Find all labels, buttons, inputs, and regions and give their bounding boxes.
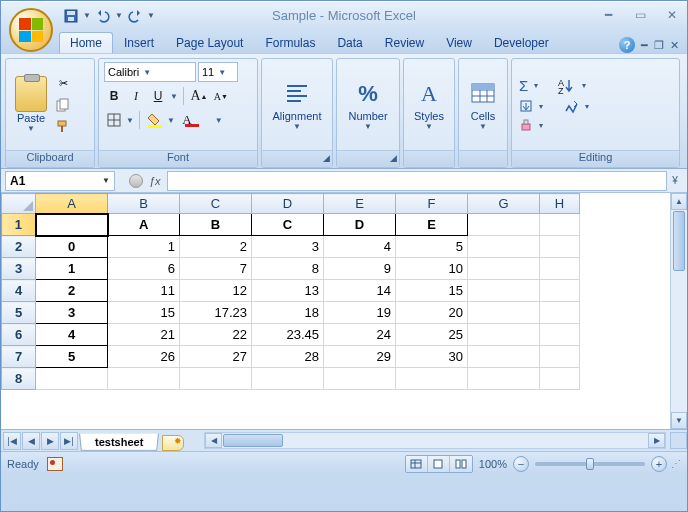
cell-A5[interactable]: 3 [36,302,108,324]
column-header-C[interactable]: C [180,194,252,214]
help-button[interactable]: ? [619,37,635,53]
cell-A2[interactable]: 0 [36,236,108,258]
cell-A4[interactable]: 2 [36,280,108,302]
scroll-left-button[interactable]: ◀ [205,433,222,448]
scroll-up-button[interactable]: ▲ [671,193,687,210]
number-button[interactable]: % Number ▼ [344,76,391,133]
view-page-break-button[interactable] [450,456,472,472]
tab-data[interactable]: Data [326,32,373,53]
zoom-out-button[interactable]: − [513,456,529,472]
row-header-1[interactable]: 1 [2,214,36,236]
cell-D5[interactable]: 18 [252,302,324,324]
column-header-E[interactable]: E [324,194,396,214]
cell-H5[interactable] [540,302,580,324]
font-size-combo[interactable]: 11▼ [198,62,238,82]
cell-G6[interactable] [468,324,540,346]
cell-C2[interactable]: 2 [180,236,252,258]
vertical-scrollbar[interactable]: ▲ ▼ [670,193,687,429]
new-sheet-button[interactable] [162,435,184,451]
row-header-2[interactable]: 2 [2,236,36,258]
cell-B1[interactable]: A [108,214,180,236]
cell-E6[interactable]: 24 [324,324,396,346]
styles-button[interactable]: A Styles ▼ [409,76,449,133]
sheet-tab-testsheet[interactable]: testsheet [79,434,159,451]
cell-H8[interactable] [540,368,580,390]
cell-G1[interactable] [468,214,540,236]
cell-A3[interactable]: 1 [36,258,108,280]
underline-button[interactable]: U [148,86,168,106]
shrink-font-button[interactable]: A▼ [211,86,231,106]
sort-filter-button[interactable]: AZ [558,78,576,94]
cell-E4[interactable]: 14 [324,280,396,302]
save-dropdown-icon[interactable]: ▼ [83,11,91,20]
cell-H7[interactable] [540,346,580,368]
cell-B5[interactable]: 15 [108,302,180,324]
clear-button[interactable] [519,118,533,132]
format-painter-button[interactable] [53,117,73,135]
cell-B8[interactable] [108,368,180,390]
mdi-minimize-button[interactable]: ━ [641,39,648,52]
cell-C7[interactable]: 27 [180,346,252,368]
office-button[interactable] [9,8,53,52]
fill-button[interactable] [519,99,533,113]
find-select-button[interactable] [563,98,579,114]
row-header-6[interactable]: 6 [2,324,36,346]
cell-D6[interactable]: 23.45 [252,324,324,346]
cell-H6[interactable] [540,324,580,346]
grow-font-button[interactable]: A▲ [189,86,209,106]
zoom-in-button[interactable]: + [651,456,667,472]
cell-F5[interactable]: 20 [396,302,468,324]
tab-review[interactable]: Review [374,32,435,53]
horizontal-scrollbar[interactable]: ◀ ▶ [204,432,666,449]
tab-formulas[interactable]: Formulas [254,32,326,53]
cells-button[interactable]: Cells ▼ [463,76,503,133]
macro-record-button[interactable] [47,457,63,471]
column-header-A[interactable]: A [36,194,108,214]
cell-B6[interactable]: 21 [108,324,180,346]
fx-icon[interactable]: ƒx [149,175,161,187]
zoom-slider[interactable] [535,462,645,466]
cell-C5[interactable]: 17.23 [180,302,252,324]
cancel-formula-icon[interactable] [129,174,143,188]
cell-F7[interactable]: 30 [396,346,468,368]
cell-F6[interactable]: 25 [396,324,468,346]
undo-dropdown-icon[interactable]: ▼ [115,11,123,20]
scroll-thumb[interactable] [673,211,685,271]
formula-input[interactable] [167,171,667,191]
cell-E2[interactable]: 4 [324,236,396,258]
column-header-D[interactable]: D [252,194,324,214]
undo-button[interactable] [93,6,113,26]
cell-D1[interactable]: C [252,214,324,236]
cell-C8[interactable] [180,368,252,390]
autosum-button[interactable]: Σ [519,77,528,94]
cell-E1[interactable]: D [324,214,396,236]
number-dialog-launcher[interactable]: ◢ [390,153,397,163]
cell-B4[interactable]: 11 [108,280,180,302]
row-header-3[interactable]: 3 [2,258,36,280]
column-header-G[interactable]: G [468,194,540,214]
sheet-nav-next[interactable]: ▶ [41,432,59,450]
cell-G8[interactable] [468,368,540,390]
maximize-button[interactable]: ▭ [629,6,651,24]
column-header-F[interactable]: F [396,194,468,214]
cell-G7[interactable] [468,346,540,368]
view-page-layout-button[interactable] [428,456,450,472]
cell-H4[interactable] [540,280,580,302]
italic-button[interactable]: I [126,86,146,106]
cell-D7[interactable]: 28 [252,346,324,368]
cell-H3[interactable] [540,258,580,280]
cell-D3[interactable]: 8 [252,258,324,280]
resize-grip-icon[interactable]: ⋰ [671,458,681,469]
cell-B2[interactable]: 1 [108,236,180,258]
cell-F2[interactable]: 5 [396,236,468,258]
save-button[interactable] [61,6,81,26]
cell-A6[interactable]: 4 [36,324,108,346]
cell-F3[interactable]: 10 [396,258,468,280]
cell-A8[interactable] [36,368,108,390]
column-header-B[interactable]: B [108,194,180,214]
alignment-button[interactable]: Alignment ▼ [269,76,326,133]
cell-C3[interactable]: 7 [180,258,252,280]
cell-B3[interactable]: 6 [108,258,180,280]
view-normal-button[interactable] [406,456,428,472]
fill-color-button[interactable] [145,110,165,130]
